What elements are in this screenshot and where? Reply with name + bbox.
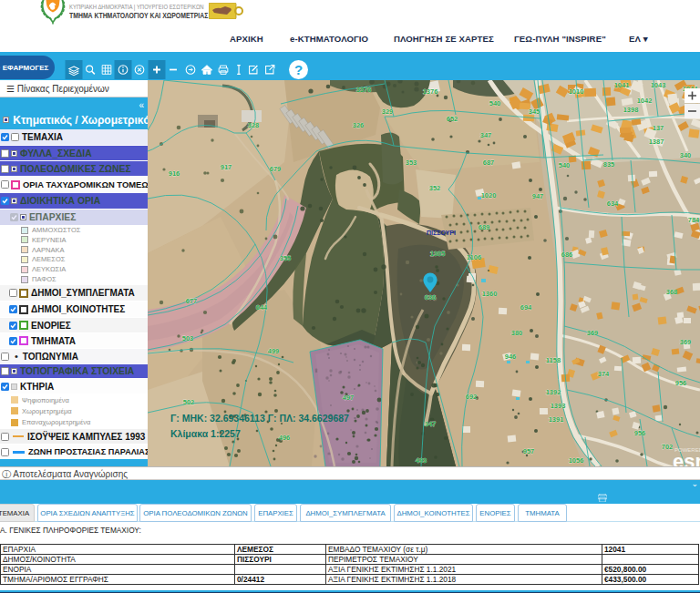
svg-text:345: 345 (529, 107, 540, 116)
svg-text:Γ: ΜΗΚ: 32.69346113 Γ: ΠΛ: 34.: Γ: ΜΗΚ: 32.69346113 Γ: ΠΛ: 34.6629687 (170, 413, 349, 424)
svg-text:636: 636 (425, 293, 437, 302)
svg-text:644: 644 (256, 303, 268, 312)
svg-text:Κλίμακα 1:2257: Κλίμακα 1:2257 (170, 428, 241, 439)
svg-text:493: 493 (416, 456, 427, 465)
svg-text:340: 340 (680, 151, 692, 159)
svg-text:369: 369 (587, 329, 599, 337)
svg-text:957: 957 (523, 447, 535, 455)
svg-text:347: 347 (425, 420, 437, 428)
svg-text:326: 326 (353, 121, 365, 129)
svg-text:1041: 1041 (614, 81, 630, 89)
svg-text:esri: esri (673, 450, 700, 466)
svg-text:368: 368 (666, 288, 678, 296)
svg-text:634: 634 (607, 199, 619, 208)
svg-text:497: 497 (343, 394, 355, 402)
svg-text:1387: 1387 (649, 138, 664, 146)
svg-text:1010: 1010 (569, 87, 584, 96)
svg-text:694: 694 (520, 303, 532, 312)
svg-text:835: 835 (603, 160, 615, 169)
svg-text:374: 374 (598, 370, 610, 378)
svg-text:355: 355 (280, 254, 292, 262)
svg-text:540: 540 (559, 161, 571, 169)
svg-text:956: 956 (634, 429, 646, 437)
svg-text:499: 499 (268, 347, 280, 355)
svg-text:1393: 1393 (551, 402, 566, 410)
svg-text:352: 352 (429, 184, 441, 192)
svg-text:1398: 1398 (623, 106, 639, 114)
svg-text:1158: 1158 (546, 356, 561, 364)
svg-text:917: 917 (221, 163, 232, 171)
svg-text:686: 686 (561, 250, 573, 259)
svg-text:946: 946 (505, 353, 517, 361)
svg-text:1106: 1106 (467, 253, 481, 261)
svg-text:540: 540 (489, 99, 501, 107)
svg-text:137: 137 (653, 124, 664, 132)
svg-text:353: 353 (406, 158, 417, 167)
svg-text:347: 347 (480, 131, 492, 139)
svg-text:956: 956 (675, 379, 687, 387)
svg-text:1056: 1056 (569, 456, 584, 465)
svg-text:328: 328 (248, 121, 260, 129)
svg-text:1043: 1043 (651, 81, 666, 89)
svg-text:380: 380 (511, 329, 523, 337)
svg-text:702: 702 (662, 443, 674, 451)
svg-text:1391: 1391 (549, 415, 564, 424)
svg-text:1392: 1392 (546, 388, 561, 396)
svg-text:ΠΙΣΣΟΥΡΙ: ΠΙΣΣΟΥΡΙ (427, 230, 456, 236)
svg-text:916: 916 (169, 169, 180, 178)
svg-text:3376: 3376 (356, 86, 372, 94)
svg-text:689: 689 (479, 223, 490, 231)
svg-text:1360: 1360 (482, 290, 498, 298)
svg-text:679: 679 (270, 165, 282, 173)
svg-text:1042: 1042 (637, 97, 653, 105)
svg-text:652: 652 (447, 115, 458, 123)
svg-text:502: 502 (183, 398, 195, 406)
svg-text:1020: 1020 (481, 191, 497, 199)
svg-text:692: 692 (466, 393, 478, 401)
svg-text:496: 496 (279, 434, 291, 442)
svg-text:1376: 1376 (423, 87, 438, 96)
svg-text:677: 677 (186, 297, 198, 305)
svg-text:369: 369 (680, 338, 692, 346)
svg-text:329: 329 (382, 107, 394, 116)
svg-text:947: 947 (532, 192, 544, 200)
svg-text:1305: 1305 (430, 250, 446, 258)
svg-text:687: 687 (483, 158, 495, 167)
svg-text:503: 503 (182, 334, 194, 343)
svg-text:784: 784 (688, 216, 700, 224)
